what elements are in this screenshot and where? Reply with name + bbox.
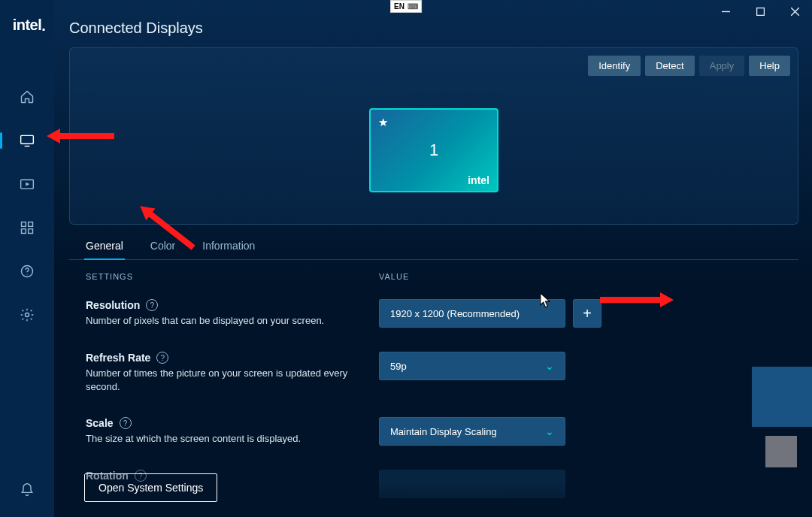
sidebar-nav: [0, 85, 54, 327]
display-arrangement-card: Identify Detect Apply Help ★ 1 intel: [69, 47, 798, 225]
column-header-settings: SETTINGS: [86, 272, 379, 281]
help-icon[interactable]: ?: [120, 417, 132, 429]
language-code: EN: [394, 2, 404, 11]
sidebar-item-help[interactable]: [0, 259, 54, 283]
sidebar: intel: [0, 0, 54, 517]
display-tile-1[interactable]: ★ 1 intel: [369, 108, 498, 192]
display-number: 1: [429, 141, 438, 160]
minimize-button[interactable]: [708, 0, 743, 23]
refresh-value: 59p: [390, 361, 407, 372]
open-system-settings-button[interactable]: Open System Settings: [84, 473, 217, 502]
primary-display-star-icon: ★: [378, 116, 388, 129]
main-panel: Connected Displays Identify Detect Apply…: [54, 0, 812, 517]
keyboard-icon: ⌨: [408, 2, 418, 11]
mouse-cursor: [540, 293, 551, 311]
refresh-rate-dropdown[interactable]: 59p ⌄: [379, 352, 565, 380]
close-button[interactable]: [777, 0, 812, 23]
page-title: Connected Displays: [69, 20, 798, 37]
resolution-value: 1920 x 1200 (Recommended): [390, 308, 520, 319]
refresh-title: Refresh Rate: [86, 352, 150, 364]
sidebar-item-settings[interactable]: [0, 303, 54, 327]
help-icon[interactable]: ?: [146, 299, 158, 311]
svg-marker-7: [26, 183, 29, 186]
svg-rect-11: [29, 229, 33, 234]
settings-tabs: General Color Information: [69, 225, 798, 260]
setting-row-refresh-rate: Refresh Rate ? Number of times the pictu…: [86, 340, 795, 405]
svg-rect-8: [22, 222, 26, 227]
svg-rect-10: [22, 229, 26, 234]
tab-color[interactable]: Color: [150, 234, 175, 259]
svg-point-14: [26, 313, 29, 317]
sidebar-item-home[interactable]: [0, 85, 54, 109]
decorative-square: [752, 367, 812, 427]
column-header-value: VALUE: [379, 272, 409, 281]
svg-rect-9: [29, 222, 33, 227]
tab-general[interactable]: General: [86, 234, 123, 259]
setting-row-resolution: Resolution ? Number of pixels that can b…: [86, 287, 795, 340]
sidebar-item-display[interactable]: [0, 128, 54, 153]
rotation-dropdown[interactable]: [379, 470, 565, 498]
resolution-title: Resolution: [86, 299, 140, 311]
resolution-dropdown[interactable]: 1920 x 1200 (Recommended): [379, 299, 565, 328]
chevron-down-icon: ⌄: [545, 425, 554, 437]
scale-dropdown[interactable]: Maintain Display Scaling ⌄: [379, 417, 565, 446]
chevron-down-icon: ⌄: [545, 360, 554, 372]
sidebar-item-grid[interactable]: [0, 216, 54, 240]
refresh-desc: Number of times the picture on your scre…: [86, 367, 361, 393]
resolution-desc: Number of pixels that can be displayed o…: [86, 314, 361, 328]
identify-button[interactable]: Identify: [588, 56, 641, 76]
scale-value: Maintain Display Scaling: [390, 426, 497, 437]
tab-information[interactable]: Information: [202, 234, 255, 259]
svg-point-13: [27, 274, 28, 275]
detect-button[interactable]: Detect: [645, 56, 695, 76]
display-brand: intel: [468, 174, 489, 186]
scale-desc: The size at which the screen content is …: [86, 432, 361, 446]
setting-row-scale: Scale ? The size at which the screen con…: [86, 405, 795, 458]
svg-rect-1: [756, 8, 764, 15]
language-indicator[interactable]: EN ⌨: [390, 0, 422, 13]
maximize-button[interactable]: [743, 0, 777, 23]
decorative-square: [765, 436, 797, 467]
sidebar-item-notifications[interactable]: [20, 482, 35, 500]
help-button[interactable]: Help: [749, 56, 790, 76]
brand-logo: intel: [13, 17, 42, 34]
scale-title: Scale: [86, 417, 114, 429]
add-custom-resolution-button[interactable]: +: [573, 299, 601, 328]
svg-rect-4: [21, 135, 34, 144]
sidebar-item-video[interactable]: [0, 172, 54, 196]
help-icon[interactable]: ?: [156, 352, 168, 364]
window-controls: [708, 0, 812, 23]
apply-button: Apply: [699, 56, 745, 76]
